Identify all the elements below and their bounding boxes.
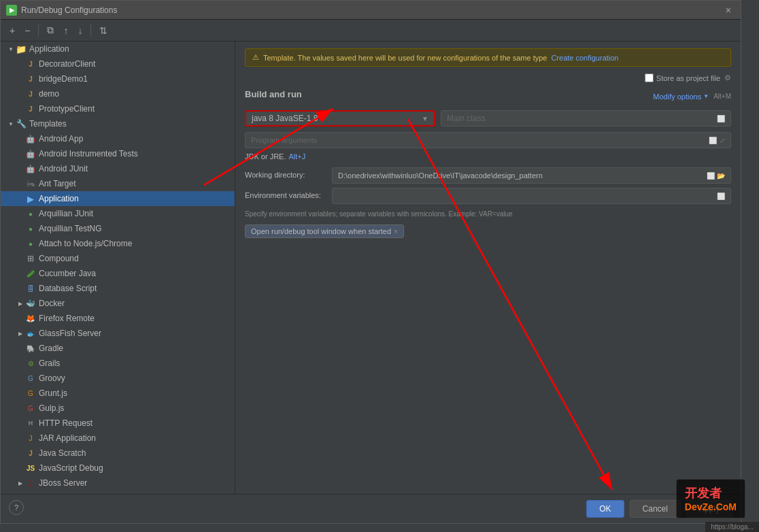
- tree-item-android-app[interactable]: 🤖 Android App: [1, 131, 235, 146]
- item-label-prototypeclient: PrototypeClient: [39, 104, 235, 114]
- tree-item-http-request[interactable]: H HTTP Request: [1, 416, 235, 431]
- move-up-button[interactable]: ↑: [60, 23, 71, 38]
- copy-button[interactable]: ⧉: [44, 22, 57, 38]
- arquillian-testng-icon: ●: [25, 223, 36, 234]
- item-label-jar-application: JAR Application: [39, 433, 235, 443]
- jdk-row: JDK or JRE. Alt+J: [245, 152, 731, 161]
- tree-item-firefox-remote[interactable]: 🦊 Firefox Remote: [1, 311, 235, 326]
- tree-group-application[interactable]: 📁 Application: [1, 41, 235, 56]
- item-label-jboss: JBoss Server: [39, 478, 235, 488]
- tree-item-jar-application[interactable]: J JAR Application: [1, 431, 235, 446]
- item-label-http-request: HTTP Request: [39, 418, 235, 428]
- sort-button[interactable]: ⇅: [96, 23, 111, 38]
- item-label-glassfish: GlassFish Server: [39, 329, 235, 338]
- tree-item-java-scratch[interactable]: J Java Scratch: [1, 446, 235, 461]
- empty-arrow: [16, 418, 25, 428]
- tree-item-glassfish[interactable]: 🐟 GlassFish Server: [1, 326, 235, 341]
- empty-arrow: [16, 388, 25, 398]
- move-down-button[interactable]: ↓: [74, 23, 86, 38]
- program-args-row: Program arguments ⬜ ⤢: [245, 132, 731, 148]
- tree-item-cucumber-java[interactable]: 🥒 Cucumber Java: [1, 266, 235, 281]
- sdk-dropdown[interactable]: java 8 JavaSE-1.8 ▼: [245, 110, 435, 127]
- gradle-icon: 🐘: [25, 343, 36, 354]
- tree-item-bridgedemo1[interactable]: J bridgeDemo1: [1, 71, 235, 86]
- env-vars-label: Environment variables:: [245, 188, 326, 199]
- folder-open-icon: 📂: [717, 172, 725, 180]
- empty-arrow: [16, 149, 25, 159]
- item-label-javascript-debug: JavaScript Debug: [39, 463, 235, 473]
- tree-item-docker[interactable]: 🐳 Docker: [1, 296, 235, 311]
- item-label-compound: Compound: [39, 254, 235, 263]
- tree-item-gradle[interactable]: 🐘 Gradle: [1, 341, 235, 356]
- apply-button[interactable]: Apply: [686, 500, 732, 518]
- templates-group-label: Templates: [29, 119, 235, 129]
- item-label-android-instrumented: Android Instrumented Tests: [39, 149, 235, 159]
- empty-arrow: [16, 164, 25, 173]
- expand-arrow-templates: [6, 119, 16, 129]
- compound-icon: ⊞: [25, 253, 36, 264]
- tree-item-grails[interactable]: ⚙ Grails: [1, 356, 235, 371]
- jdk-link[interactable]: Alt+J: [289, 152, 306, 161]
- run-debug-dialog: ▶ Run/Debug Configurations × + − ⧉ ↑ ↓ ⇅…: [0, 0, 741, 524]
- tree-item-prototypeclient[interactable]: J PrototypeClient: [1, 101, 235, 116]
- item-label-gulp: Gulp.js: [39, 403, 235, 413]
- working-dir-value: D:\onedrivex\withwinluo\OneDrive\IT\java…: [338, 171, 707, 180]
- tree-item-decoratorclient[interactable]: J DecoratorClient: [1, 56, 235, 71]
- modify-options-button[interactable]: Modify options ▼ Alt+M: [653, 93, 731, 101]
- ant-icon: 🐜: [25, 178, 36, 189]
- item-label-java-scratch: Java Scratch: [39, 448, 235, 458]
- tree-item-attach-nodejs[interactable]: ● Attach to Node.js/Chrome: [1, 236, 235, 251]
- url-bar: https://bloga...: [705, 522, 759, 532]
- empty-arrow: [16, 463, 25, 473]
- add-button[interactable]: +: [6, 23, 18, 38]
- help-button[interactable]: ?: [9, 500, 24, 515]
- modify-options-shortcut: Alt+M: [713, 93, 731, 100]
- tree-item-application[interactable]: ▶ Application: [1, 191, 235, 206]
- empty-arrow: [16, 448, 25, 458]
- tree-item-database-script[interactable]: 🗄 Database Script: [1, 281, 235, 296]
- empty-arrow: [16, 224, 25, 233]
- store-project-checkbox[interactable]: [645, 73, 654, 82]
- chevron-down-icon: ▼: [703, 93, 709, 99]
- main-class-field[interactable]: Main class ⬜: [441, 110, 731, 127]
- create-config-link[interactable]: Create configuration: [551, 54, 618, 62]
- tree-item-jboss[interactable]: J JBoss Server: [1, 476, 235, 491]
- left-panel: 📁 Application J DecoratorClient J bridge…: [1, 41, 235, 494]
- cancel-button[interactable]: Cancel: [630, 500, 681, 518]
- tree-item-ant-target[interactable]: 🐜 Ant Target: [1, 176, 235, 191]
- content-area: 📁 Application J DecoratorClient J bridge…: [1, 41, 741, 494]
- toolbar-separator-1: [38, 24, 39, 37]
- tree-item-android-instrumented[interactable]: 🤖 Android Instrumented Tests: [1, 146, 235, 161]
- empty-arrow: [16, 89, 25, 99]
- empty-arrow: [16, 179, 25, 188]
- program-args-field[interactable]: Program arguments ⬜ ⤢: [245, 132, 731, 148]
- tree-item-arquillian-testng[interactable]: ● Arquillian TestNG: [1, 221, 235, 236]
- tree-item-grunt[interactable]: G Grunt.js: [1, 386, 235, 401]
- empty-arrow: [16, 104, 25, 114]
- tree-item-compound[interactable]: ⊞ Compound: [1, 251, 235, 266]
- arquillian-icon: ●: [25, 208, 36, 219]
- tree-group-templates[interactable]: 🔧 Templates: [1, 116, 235, 131]
- item-label-application: Application: [39, 194, 235, 203]
- tree-item-javascript-debug[interactable]: JS JavaScript Debug: [1, 461, 235, 476]
- tag-close-button[interactable]: ×: [394, 228, 398, 235]
- glassfish-icon: 🐟: [25, 328, 36, 339]
- java-icon: J: [25, 88, 36, 99]
- tree-item-demo[interactable]: J demo: [1, 86, 235, 101]
- store-gear-icon[interactable]: ⚙: [724, 73, 731, 82]
- env-vars-field[interactable]: ⬜: [332, 188, 731, 204]
- ok-button[interactable]: OK: [586, 500, 624, 518]
- wrench-icon: 🔧: [16, 118, 27, 129]
- remove-button[interactable]: −: [21, 23, 33, 38]
- empty-arrow: [16, 403, 25, 413]
- tree-item-gulp[interactable]: G Gulp.js: [1, 401, 235, 416]
- item-label-demo: demo: [39, 89, 235, 99]
- http-icon: H: [25, 418, 36, 429]
- item-label-docker: Docker: [39, 299, 235, 308]
- working-dir-field[interactable]: D:\onedrivex\withwinluo\OneDrive\IT\java…: [332, 167, 731, 184]
- tree-item-android-junit[interactable]: 🤖 Android JUnit: [1, 161, 235, 176]
- item-label-gradle: Gradle: [39, 344, 235, 353]
- tree-item-groovy[interactable]: G Groovy: [1, 371, 235, 386]
- close-button[interactable]: ×: [722, 3, 735, 17]
- tree-item-arquillian-junit[interactable]: ● Arquillian JUnit: [1, 206, 235, 221]
